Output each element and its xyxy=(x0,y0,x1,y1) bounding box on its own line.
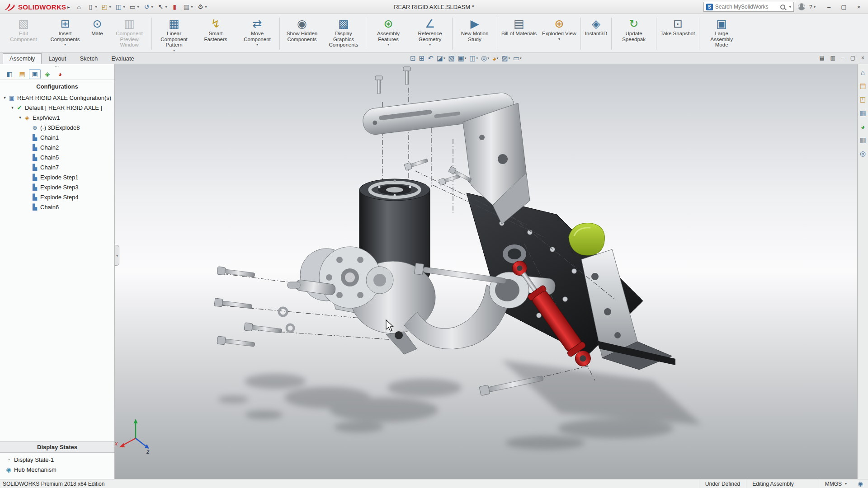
pane-full-button[interactable]: ▥ xyxy=(830,55,835,61)
bill-of-materials-button[interactable]: ▤Bill of Materials xyxy=(499,15,539,52)
options-button[interactable]: ⚙▾ xyxy=(195,1,208,12)
configurationmanager-tab[interactable]: ▣ xyxy=(29,69,41,79)
assembly-features-button[interactable]: ⊛Assembly Features▾ xyxy=(368,15,409,52)
appearances-scenes-button[interactable]: ◕ xyxy=(859,122,868,131)
dropdown-caret-icon[interactable]: ▾ xyxy=(123,5,125,9)
linear-component-pattern-button[interactable]: ▦Linear Component Pattern▾ xyxy=(153,15,195,52)
undo-button[interactable]: ↺▾ xyxy=(141,1,154,12)
smart-fasteners-button[interactable]: ↯Smart Fasteners xyxy=(195,15,236,52)
graphics-area[interactable]: x z ◂ xyxy=(115,64,857,479)
print-button[interactable]: ▭▾ xyxy=(127,1,140,12)
file-properties-button[interactable]: ▦▾ xyxy=(181,1,194,12)
exploded-view-button[interactable]: ⊕Exploded View▾ xyxy=(539,15,579,52)
solidworks-forum-button[interactable]: ◎ xyxy=(859,149,868,158)
minimize-document-button[interactable]: – xyxy=(841,55,844,61)
tree-item[interactable]: ▾▣REAR RIGID AXLE Configuration(s) xyxy=(0,93,114,103)
assembly-3d-view[interactable]: x z xyxy=(115,64,857,479)
update-speedpak-button[interactable]: ↻Update Speedpak xyxy=(613,15,655,52)
dropdown-caret-icon[interactable]: ▾ xyxy=(256,42,258,47)
file-explorer-button[interactable]: ◰ xyxy=(859,95,868,104)
dropdown-caret-icon[interactable]: ▾ xyxy=(64,42,66,47)
toolbar-flyout-icon[interactable]: ▸ xyxy=(67,5,70,9)
dropdown-caret-icon[interactable]: ▾ xyxy=(476,56,478,60)
dropdown-caret-icon[interactable]: ▾ xyxy=(443,56,445,60)
dropdown-caret-icon[interactable]: ▾ xyxy=(173,48,175,52)
close-document-button[interactable]: × xyxy=(861,55,864,61)
user-account-icon[interactable] xyxy=(798,3,805,10)
new-motion-study-button[interactable]: ▶New Motion Study xyxy=(454,15,495,52)
tree-item[interactable]: ▙Explode Step1 xyxy=(0,172,114,182)
search-box[interactable]: S ▾ xyxy=(703,2,794,12)
tree-item[interactable]: ▙Explode Step3 xyxy=(0,182,114,192)
hide-show-items-button[interactable]: ◎▾ xyxy=(480,54,490,63)
edit-appearance-button[interactable]: ◕▾ xyxy=(491,54,500,63)
expander-icon[interactable]: ▾ xyxy=(17,115,23,120)
new-document-button[interactable]: ▯▾ xyxy=(85,1,98,12)
mysolidworks-status-icon[interactable]: ◉ xyxy=(853,480,868,487)
tree-item[interactable]: ▾✔Default [ REAR RIGID AXLE ] xyxy=(0,103,114,113)
design-library-button[interactable]: ▤ xyxy=(859,81,868,90)
tree-item[interactable]: ▙Chain7 xyxy=(0,162,114,172)
section-view-button[interactable]: ◪▾ xyxy=(436,54,446,63)
previous-view-button[interactable]: ↶ xyxy=(427,54,434,63)
tree-item[interactable]: ▙Chain1 xyxy=(0,132,114,142)
tree-item[interactable]: ▙Chain5 xyxy=(0,152,114,162)
tree-item[interactable]: ⊛(-) 3DExplode8 xyxy=(0,122,114,132)
dropdown-caret-icon[interactable]: ▾ xyxy=(487,56,489,60)
mate-button[interactable]: ⊙Mate xyxy=(86,15,108,52)
propertymanager-tab[interactable]: ▤ xyxy=(16,69,28,79)
view-palette-button[interactable]: ▦ xyxy=(859,108,868,117)
search-input[interactable] xyxy=(715,4,778,10)
panel-grip[interactable]: ⋯ xyxy=(0,64,114,68)
tree-item[interactable]: ▙Explode Step4 xyxy=(0,192,114,202)
dimxpertmanager-tab[interactable]: ◈ xyxy=(42,69,53,79)
dropdown-caret-icon[interactable]: ▾ xyxy=(109,5,111,9)
dropdown-caret-icon[interactable]: ▾ xyxy=(429,42,431,47)
reference-geometry-button[interactable]: ∠Reference Geometry▾ xyxy=(409,15,451,52)
view-orientation-button[interactable]: ▣▾ xyxy=(457,54,467,63)
tab-evaluate[interactable]: Evaluate xyxy=(104,53,141,64)
view-settings-button[interactable]: ▭▾ xyxy=(512,54,523,63)
zoom-to-fit-button[interactable]: ⊡ xyxy=(409,54,417,63)
expander-icon[interactable]: ▾ xyxy=(2,95,8,100)
solidworks-resources-button[interactable]: ⌂ xyxy=(859,68,868,77)
dropdown-caret-icon[interactable]: ▾ xyxy=(191,5,193,9)
dropdown-caret-icon[interactable]: ▾ xyxy=(387,42,389,47)
home-button[interactable]: ⌂ xyxy=(73,1,84,12)
tab-layout[interactable]: Layout xyxy=(42,53,73,64)
dropdown-caret-icon[interactable]: ▾ xyxy=(520,56,522,60)
display-graphics-components-button[interactable]: ▩Display Graphics Components xyxy=(323,15,364,52)
restore-document-button[interactable]: ▢ xyxy=(850,55,855,61)
dropdown-caret-icon[interactable]: ▾ xyxy=(137,5,139,9)
show-hidden-components-button[interactable]: ◉Show Hidden Components xyxy=(281,15,323,52)
dropdown-caret-icon[interactable]: ▾ xyxy=(151,5,153,9)
maximize-window-button[interactable]: ▢ xyxy=(836,1,851,12)
panel-splitter-handle[interactable]: ◂ xyxy=(115,245,119,266)
dropdown-caret-icon[interactable]: ▾ xyxy=(558,37,560,41)
tab-assembly[interactable]: Assembly xyxy=(3,53,42,64)
3d-drawing-view-button[interactable]: ▧ xyxy=(447,54,455,63)
tree-item[interactable]: ▾◈ExplView1 xyxy=(0,113,114,122)
pane-split-button[interactable]: ▤ xyxy=(819,55,824,61)
expander-icon[interactable]: ▾ xyxy=(9,105,15,110)
search-icon[interactable] xyxy=(780,5,785,9)
display-style-button[interactable]: ◫▾ xyxy=(468,54,479,63)
take-snapshot-button[interactable]: ⊡Take Snapshot xyxy=(658,15,698,52)
units-selector[interactable]: MMGS ▾ xyxy=(819,479,853,488)
help-menu[interactable]: ? ▾ xyxy=(809,4,816,10)
tree-item[interactable]: ▙Chain2 xyxy=(0,142,114,152)
minimize-window-button[interactable]: – xyxy=(821,1,836,12)
dropdown-caret-icon[interactable]: ▾ xyxy=(497,56,499,60)
open-button[interactable]: ◰▾ xyxy=(99,1,112,12)
instant3d-button[interactable]: ◈Instant3D xyxy=(582,15,610,52)
display-state-item[interactable]: ◔Display State-1 xyxy=(0,455,114,465)
large-assembly-mode-button[interactable]: ▣Large Assembly Mode xyxy=(701,15,742,52)
featuremanager-tab[interactable]: ◧ xyxy=(4,69,15,79)
lateral-link-part[interactable] xyxy=(569,223,604,255)
custom-properties-button[interactable]: ▥ xyxy=(859,136,868,145)
display-state-item[interactable]: ◉Hub Mechanism xyxy=(0,465,114,474)
dropdown-caret-icon[interactable]: ▾ xyxy=(465,56,467,60)
tree-item[interactable]: ▙Chain6 xyxy=(0,202,114,212)
tab-sketch[interactable]: Sketch xyxy=(73,53,104,64)
insert-components-button[interactable]: ⊞Insert Components▾ xyxy=(44,15,86,52)
